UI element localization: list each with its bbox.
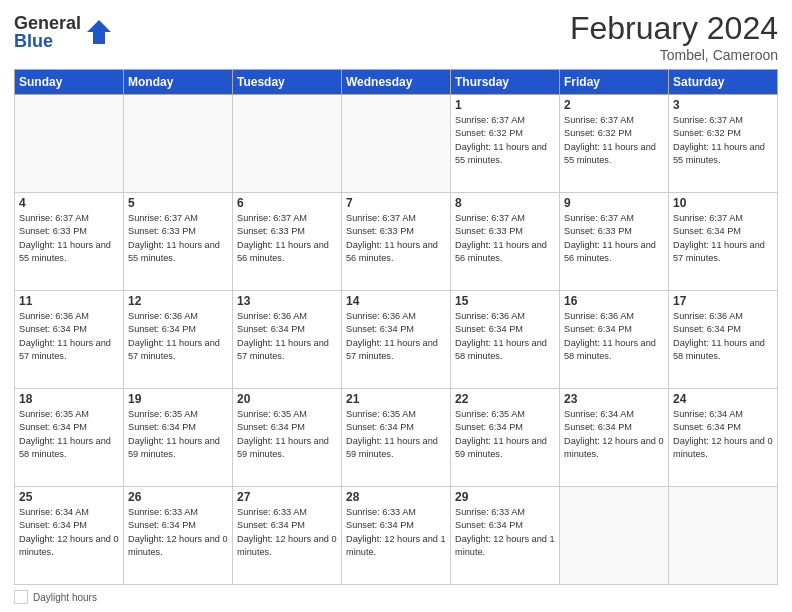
calendar-cell: 22Sunrise: 6:35 AMSunset: 6:34 PMDayligh… — [451, 389, 560, 487]
calendar-cell: 10Sunrise: 6:37 AMSunset: 6:34 PMDayligh… — [669, 193, 778, 291]
day-number: 9 — [564, 196, 664, 210]
day-info: Sunrise: 6:37 AMSunset: 6:33 PMDaylight:… — [19, 212, 119, 265]
calendar-cell — [124, 95, 233, 193]
logo-general: General — [14, 14, 81, 32]
day-number: 16 — [564, 294, 664, 308]
day-info: Sunrise: 6:35 AMSunset: 6:34 PMDaylight:… — [128, 408, 228, 461]
day-number: 6 — [237, 196, 337, 210]
month-title: February 2024 — [570, 10, 778, 47]
calendar-table: SundayMondayTuesdayWednesdayThursdayFrid… — [14, 69, 778, 585]
day-info: Sunrise: 6:34 AMSunset: 6:34 PMDaylight:… — [19, 506, 119, 559]
day-number: 3 — [673, 98, 773, 112]
logo: General Blue — [14, 14, 113, 50]
col-header-saturday: Saturday — [669, 70, 778, 95]
day-info: Sunrise: 6:33 AMSunset: 6:34 PMDaylight:… — [128, 506, 228, 559]
day-info: Sunrise: 6:37 AMSunset: 6:32 PMDaylight:… — [564, 114, 664, 167]
calendar-cell: 21Sunrise: 6:35 AMSunset: 6:34 PMDayligh… — [342, 389, 451, 487]
calendar-cell: 7Sunrise: 6:37 AMSunset: 6:33 PMDaylight… — [342, 193, 451, 291]
calendar-cell: 26Sunrise: 6:33 AMSunset: 6:34 PMDayligh… — [124, 487, 233, 585]
day-number: 8 — [455, 196, 555, 210]
calendar-cell: 25Sunrise: 6:34 AMSunset: 6:34 PMDayligh… — [15, 487, 124, 585]
day-number: 19 — [128, 392, 228, 406]
col-header-friday: Friday — [560, 70, 669, 95]
calendar-cell: 5Sunrise: 6:37 AMSunset: 6:33 PMDaylight… — [124, 193, 233, 291]
calendar-cell: 2Sunrise: 6:37 AMSunset: 6:32 PMDaylight… — [560, 95, 669, 193]
footer-box — [14, 590, 28, 604]
col-header-wednesday: Wednesday — [342, 70, 451, 95]
day-info: Sunrise: 6:36 AMSunset: 6:34 PMDaylight:… — [128, 310, 228, 363]
calendar-cell: 3Sunrise: 6:37 AMSunset: 6:32 PMDaylight… — [669, 95, 778, 193]
title-block: February 2024 Tombel, Cameroon — [570, 10, 778, 63]
calendar-cell: 11Sunrise: 6:36 AMSunset: 6:34 PMDayligh… — [15, 291, 124, 389]
calendar-cell: 4Sunrise: 6:37 AMSunset: 6:33 PMDaylight… — [15, 193, 124, 291]
day-number: 5 — [128, 196, 228, 210]
day-info: Sunrise: 6:37 AMSunset: 6:34 PMDaylight:… — [673, 212, 773, 265]
day-number: 23 — [564, 392, 664, 406]
calendar-cell: 27Sunrise: 6:33 AMSunset: 6:34 PMDayligh… — [233, 487, 342, 585]
day-info: Sunrise: 6:36 AMSunset: 6:34 PMDaylight:… — [237, 310, 337, 363]
day-number: 20 — [237, 392, 337, 406]
calendar-week-3: 18Sunrise: 6:35 AMSunset: 6:34 PMDayligh… — [15, 389, 778, 487]
calendar-cell: 1Sunrise: 6:37 AMSunset: 6:32 PMDaylight… — [451, 95, 560, 193]
day-number: 1 — [455, 98, 555, 112]
day-number: 7 — [346, 196, 446, 210]
logo-icon — [85, 18, 113, 46]
calendar-cell: 20Sunrise: 6:35 AMSunset: 6:34 PMDayligh… — [233, 389, 342, 487]
calendar-week-1: 4Sunrise: 6:37 AMSunset: 6:33 PMDaylight… — [15, 193, 778, 291]
page: General Blue February 2024 Tombel, Camer… — [0, 0, 792, 612]
day-info: Sunrise: 6:37 AMSunset: 6:33 PMDaylight:… — [346, 212, 446, 265]
day-info: Sunrise: 6:36 AMSunset: 6:34 PMDaylight:… — [455, 310, 555, 363]
day-number: 29 — [455, 490, 555, 504]
day-info: Sunrise: 6:35 AMSunset: 6:34 PMDaylight:… — [346, 408, 446, 461]
day-number: 12 — [128, 294, 228, 308]
calendar-cell — [342, 95, 451, 193]
calendar-cell: 14Sunrise: 6:36 AMSunset: 6:34 PMDayligh… — [342, 291, 451, 389]
col-header-tuesday: Tuesday — [233, 70, 342, 95]
calendar-cell: 28Sunrise: 6:33 AMSunset: 6:34 PMDayligh… — [342, 487, 451, 585]
day-number: 17 — [673, 294, 773, 308]
day-info: Sunrise: 6:33 AMSunset: 6:34 PMDaylight:… — [346, 506, 446, 559]
day-number: 11 — [19, 294, 119, 308]
day-number: 15 — [455, 294, 555, 308]
calendar-cell: 18Sunrise: 6:35 AMSunset: 6:34 PMDayligh… — [15, 389, 124, 487]
day-info: Sunrise: 6:37 AMSunset: 6:33 PMDaylight:… — [455, 212, 555, 265]
day-info: Sunrise: 6:37 AMSunset: 6:32 PMDaylight:… — [673, 114, 773, 167]
day-info: Sunrise: 6:33 AMSunset: 6:34 PMDaylight:… — [237, 506, 337, 559]
day-info: Sunrise: 6:35 AMSunset: 6:34 PMDaylight:… — [237, 408, 337, 461]
day-number: 27 — [237, 490, 337, 504]
subtitle: Tombel, Cameroon — [570, 47, 778, 63]
day-info: Sunrise: 6:36 AMSunset: 6:34 PMDaylight:… — [19, 310, 119, 363]
calendar-cell: 23Sunrise: 6:34 AMSunset: 6:34 PMDayligh… — [560, 389, 669, 487]
day-info: Sunrise: 6:35 AMSunset: 6:34 PMDaylight:… — [19, 408, 119, 461]
calendar-cell: 15Sunrise: 6:36 AMSunset: 6:34 PMDayligh… — [451, 291, 560, 389]
day-number: 18 — [19, 392, 119, 406]
day-info: Sunrise: 6:36 AMSunset: 6:34 PMDaylight:… — [673, 310, 773, 363]
day-info: Sunrise: 6:37 AMSunset: 6:32 PMDaylight:… — [455, 114, 555, 167]
calendar-week-2: 11Sunrise: 6:36 AMSunset: 6:34 PMDayligh… — [15, 291, 778, 389]
day-number: 13 — [237, 294, 337, 308]
calendar-header-row: SundayMondayTuesdayWednesdayThursdayFrid… — [15, 70, 778, 95]
logo-blue: Blue — [14, 32, 81, 50]
calendar-week-4: 25Sunrise: 6:34 AMSunset: 6:34 PMDayligh… — [15, 487, 778, 585]
svg-marker-0 — [87, 20, 111, 44]
calendar-cell: 9Sunrise: 6:37 AMSunset: 6:33 PMDaylight… — [560, 193, 669, 291]
calendar-cell — [15, 95, 124, 193]
calendar-cell: 13Sunrise: 6:36 AMSunset: 6:34 PMDayligh… — [233, 291, 342, 389]
calendar-cell: 16Sunrise: 6:36 AMSunset: 6:34 PMDayligh… — [560, 291, 669, 389]
footer: Daylight hours — [14, 590, 778, 604]
day-number: 2 — [564, 98, 664, 112]
day-number: 14 — [346, 294, 446, 308]
day-number: 28 — [346, 490, 446, 504]
day-info: Sunrise: 6:34 AMSunset: 6:34 PMDaylight:… — [564, 408, 664, 461]
calendar-cell: 17Sunrise: 6:36 AMSunset: 6:34 PMDayligh… — [669, 291, 778, 389]
day-number: 24 — [673, 392, 773, 406]
day-info: Sunrise: 6:37 AMSunset: 6:33 PMDaylight:… — [128, 212, 228, 265]
calendar-cell — [669, 487, 778, 585]
day-info: Sunrise: 6:34 AMSunset: 6:34 PMDaylight:… — [673, 408, 773, 461]
calendar-cell: 19Sunrise: 6:35 AMSunset: 6:34 PMDayligh… — [124, 389, 233, 487]
calendar-cell — [560, 487, 669, 585]
calendar-cell: 8Sunrise: 6:37 AMSunset: 6:33 PMDaylight… — [451, 193, 560, 291]
col-header-thursday: Thursday — [451, 70, 560, 95]
day-info: Sunrise: 6:35 AMSunset: 6:34 PMDaylight:… — [455, 408, 555, 461]
day-number: 21 — [346, 392, 446, 406]
